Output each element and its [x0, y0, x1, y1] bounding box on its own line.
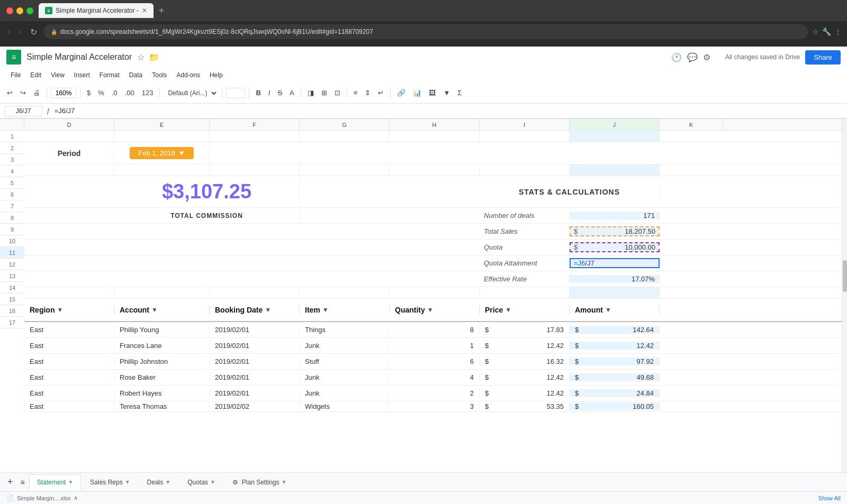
- cell-f16[interactable]: 2019/02/01: [210, 389, 300, 397]
- cell-e2[interactable]: Feb 1, 2019 ▼: [114, 147, 210, 159]
- cell-j12[interactable]: $ 142.64: [570, 326, 660, 334]
- cell-i1[interactable]: [480, 131, 570, 142]
- cell-i7[interactable]: Quota: [480, 243, 570, 251]
- align-left-button[interactable]: ≡: [351, 87, 361, 98]
- cell-j16[interactable]: $ 24.84: [570, 389, 660, 397]
- cell-d2[interactable]: Period: [24, 149, 114, 158]
- cell-ef4-merged[interactable]: $3,107.25: [114, 180, 300, 203]
- cell-d14[interactable]: East: [24, 358, 114, 365]
- zoom-box[interactable]: 160%: [51, 88, 76, 98]
- menu-insert[interactable]: Insert: [70, 70, 94, 80]
- back-button[interactable]: ‹: [5, 26, 12, 38]
- cell-i3[interactable]: [480, 164, 570, 176]
- cell-e16[interactable]: Robert Hayes: [114, 389, 210, 397]
- filter-region-icon[interactable]: ▼: [57, 306, 63, 314]
- fill-color-button[interactable]: ◨: [305, 87, 317, 98]
- date-dropdown-button[interactable]: Feb 1, 2019 ▼: [130, 147, 193, 159]
- number-format-button[interactable]: 123: [139, 87, 156, 98]
- menu-view[interactable]: View: [47, 70, 69, 80]
- row-1[interactable]: 1: [0, 131, 24, 142]
- row-5[interactable]: 5: [0, 177, 24, 189]
- cell-i8[interactable]: Quota Attainment: [480, 259, 570, 267]
- cell-e14[interactable]: Phillip Johnston: [114, 358, 210, 365]
- cell-f3[interactable]: [210, 164, 300, 176]
- tab-quotas-dropdown-icon[interactable]: ▼: [210, 479, 215, 485]
- cell-i14[interactable]: $ 16.32: [480, 358, 570, 365]
- percent-button[interactable]: %: [95, 87, 107, 98]
- tab-plan-settings-dropdown-icon[interactable]: ▼: [282, 479, 287, 485]
- function-button[interactable]: Σ: [455, 87, 464, 98]
- cell-j15[interactable]: $ 49.68: [570, 373, 660, 381]
- new-tab-button[interactable]: +: [156, 4, 168, 17]
- cell-h14[interactable]: 6: [390, 358, 480, 365]
- reload-button[interactable]: ↻: [28, 26, 39, 38]
- col-header-booking-date[interactable]: Booking Date ▼: [210, 306, 300, 314]
- tab-statement[interactable]: Statement ▼: [29, 474, 82, 490]
- strikethrough-button[interactable]: S: [275, 87, 285, 98]
- menu-tools[interactable]: Tools: [148, 70, 171, 80]
- cell-i9[interactable]: Effective Rate: [480, 275, 570, 283]
- cell-h10[interactable]: [390, 287, 480, 298]
- cell-k3[interactable]: [660, 164, 723, 176]
- col-header-k[interactable]: K: [660, 119, 723, 131]
- cell-j9[interactable]: 17.07%: [570, 275, 660, 283]
- row-8[interactable]: 8: [0, 212, 24, 224]
- cell-g14[interactable]: Stuff: [300, 358, 390, 365]
- cell-f1[interactable]: [210, 131, 300, 142]
- cell-h15[interactable]: 4: [390, 373, 480, 381]
- cell-k1[interactable]: [660, 131, 723, 142]
- cell-f15[interactable]: 2019/02/01: [210, 373, 300, 381]
- cell-g13[interactable]: Junk: [300, 342, 390, 350]
- cell-ef5-merged[interactable]: TOTAL COMMISSION: [114, 212, 300, 219]
- tab-statement-dropdown-icon[interactable]: ▼: [68, 479, 73, 485]
- filter-item-icon[interactable]: ▼: [322, 306, 329, 314]
- cell-f12[interactable]: 2019/02/01: [210, 326, 300, 334]
- cell-d1[interactable]: [24, 131, 114, 142]
- cell-j7[interactable]: $ 10,000.00: [570, 242, 660, 252]
- font-color-button[interactable]: A: [287, 87, 297, 98]
- currency-button[interactable]: $: [84, 87, 93, 98]
- cell-g17[interactable]: Widgets: [300, 402, 390, 410]
- history-icon[interactable]: 🕐: [671, 52, 682, 62]
- cell-i10[interactable]: [480, 287, 570, 298]
- undo-button[interactable]: ↩: [4, 87, 15, 98]
- italic-button[interactable]: I: [266, 87, 273, 98]
- col-header-account[interactable]: Account ▼: [114, 306, 210, 314]
- cell-i15[interactable]: $ 12.42: [480, 373, 570, 381]
- tab-deals[interactable]: Deals ▼: [139, 474, 179, 490]
- cell-e1[interactable]: [114, 131, 210, 142]
- bookmark-icon[interactable]: ☆: [812, 28, 819, 36]
- menu-help[interactable]: Help: [205, 70, 227, 80]
- decimal-dec-button[interactable]: .0: [109, 87, 120, 98]
- font-size-input[interactable]: 10: [226, 88, 245, 98]
- scrollbar-thumb[interactable]: [843, 260, 847, 292]
- col-header-i[interactable]: I: [480, 119, 570, 131]
- col-header-item[interactable]: Item ▼: [300, 306, 390, 314]
- cell-d13[interactable]: East: [24, 342, 114, 350]
- star-icon[interactable]: ☆: [137, 52, 145, 62]
- image-button[interactable]: 🖼: [426, 87, 438, 98]
- row-3[interactable]: 3: [0, 154, 24, 166]
- tab-deals-dropdown-icon[interactable]: ▼: [165, 479, 170, 485]
- settings-icon[interactable]: ⚙: [703, 52, 710, 62]
- cell-h13[interactable]: 1: [390, 342, 480, 350]
- tab-close-icon[interactable]: ✕: [142, 7, 147, 14]
- cell-j13[interactable]: $ 12.42: [570, 342, 660, 350]
- cell-i16[interactable]: $ 12.42: [480, 389, 570, 397]
- filter-booking-icon[interactable]: ▼: [265, 306, 271, 314]
- borders-button[interactable]: ⊞: [319, 87, 330, 98]
- col-header-e[interactable]: E: [114, 119, 210, 131]
- font-select[interactable]: Default (Ari...): [164, 88, 218, 98]
- cell-h17[interactable]: 3: [390, 402, 480, 410]
- cell-d16[interactable]: East: [24, 389, 114, 397]
- maximize-button[interactable]: [26, 7, 33, 14]
- menu-icon[interactable]: ⋮: [834, 28, 842, 36]
- row-2[interactable]: 2: [0, 142, 24, 154]
- vertical-scrollbar[interactable]: [842, 119, 847, 472]
- cell-k10[interactable]: [660, 287, 723, 298]
- col-header-g[interactable]: G: [300, 119, 390, 131]
- cell-g3[interactable]: [300, 164, 390, 176]
- cell-d15[interactable]: East: [24, 373, 114, 381]
- menu-data[interactable]: Data: [125, 70, 147, 80]
- row-7[interactable]: 7: [0, 200, 24, 212]
